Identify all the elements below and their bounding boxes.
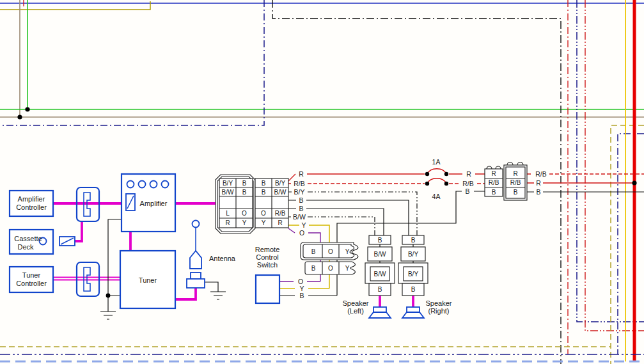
- cassette-deck-wire: [75, 221, 82, 241]
- power-out-label-RB: R/B: [535, 170, 547, 178]
- amp-cell: Y: [262, 219, 266, 226]
- connector-2-key-icon: [84, 267, 90, 291]
- remote-cell: O: [328, 248, 333, 255]
- power-table-right-bumps: [507, 162, 523, 166]
- speaker-right-pin: B/Y: [408, 251, 418, 258]
- wire-label-RB: R/B: [294, 180, 305, 187]
- speaker-right-pin: B/Y: [408, 271, 418, 278]
- speaker-left-magnet-icon: [373, 307, 386, 312]
- background-rails: [0, 0, 644, 364]
- speaker-right-icon: [402, 307, 424, 318]
- amp-cell: B/Y: [275, 180, 285, 187]
- speaker-left-pin: B: [378, 286, 382, 293]
- fuse-1A-label: 1A: [432, 158, 441, 166]
- amp-cell: B: [242, 180, 247, 187]
- remote-cell: Y: [345, 265, 350, 272]
- amplifier-label: Amplifier: [140, 200, 168, 207]
- remote-cell: B: [311, 265, 316, 272]
- wire-BY-to-right-speaker: [288, 192, 417, 235]
- wire-B-lower: [279, 274, 337, 296]
- antenna-top-icon: [192, 221, 200, 228]
- power-connector-table: R R/B B R R/B B: [485, 162, 527, 201]
- speaker-left-pin: B: [378, 237, 382, 244]
- tuner-to-antenna-wire: [175, 288, 196, 299]
- amp-cell: O: [242, 210, 247, 217]
- speaker-right-cone-icon: [402, 312, 424, 318]
- wire-B-to-right-speaker: [288, 200, 409, 235]
- amp-cell: R: [278, 219, 282, 226]
- wire-label-BW: B/W: [293, 213, 306, 221]
- amp-cell: B: [262, 180, 266, 187]
- wire-label-B: B: [299, 205, 303, 212]
- wire-R: [288, 174, 485, 181]
- speaker-right-pin: B: [411, 237, 416, 244]
- speaker-left-icon: [369, 307, 391, 318]
- fuse-1A-dot-right: [444, 172, 448, 176]
- wire-label-BY: B/Y: [294, 188, 305, 196]
- speaker-right-label: Speaker: [426, 299, 452, 307]
- remote-control-switch-label: Remote: [255, 246, 280, 253]
- amplifier-terminal-icon: [139, 181, 146, 188]
- amplifier-controller-label: Amplifier: [18, 195, 45, 203]
- fuse-4A-element: [427, 178, 446, 184]
- gray-rail-junction-dot: [17, 115, 22, 119]
- antenna-ground-symbol: [210, 292, 226, 299]
- speaker-left-pin: B/W: [374, 271, 386, 278]
- amplifier-controller-label: Controller: [16, 203, 47, 211]
- speaker-left-label: (Left): [347, 307, 364, 315]
- tuner-controller-label: Tuner: [22, 271, 41, 279]
- amp-cell: Y: [242, 219, 247, 226]
- cassette-deck-label: Deck: [17, 243, 34, 251]
- speaker-right-label: (Right): [428, 307, 449, 315]
- ground-junction-dot: [106, 294, 111, 298]
- remote-control-switch-box: [256, 275, 279, 303]
- speaker-right-connectors: B B/Y B/Y B: [398, 235, 428, 296]
- power-cell: R/B: [510, 179, 521, 186]
- wiring-diagram-page: B/Y B B/W B L O R Y B B/Y B B/W O R/B Y …: [0, 0, 644, 364]
- fuse-4A-dot-right: [444, 182, 448, 186]
- navy-dashdot-rail-left: [0, 0, 264, 125]
- fuse-4A-dot-left: [425, 182, 429, 186]
- tuner-label: Tuner: [139, 276, 157, 284]
- power-cell: R/B: [489, 179, 499, 186]
- speaker-right-pin: B: [411, 286, 416, 293]
- power-cell: B: [492, 189, 496, 196]
- amp-cell: R/B: [275, 210, 286, 217]
- wire-label-Y: Y: [301, 221, 306, 229]
- amplifier-connector-table: B/Y B B/W B L O R Y B B/Y B B/W O R/B Y …: [216, 175, 288, 233]
- power-in-label-B: B: [465, 187, 469, 195]
- wire-label-B: B: [299, 196, 303, 204]
- wiring-diagram-canvas: B/Y B B/W B L O R Y B B/Y B B/W O R/B Y …: [0, 0, 644, 364]
- power-out-label-B: B: [536, 188, 540, 196]
- remote-connector-table: B O Y B O Y: [301, 242, 358, 274]
- fuse-1A-element: [427, 169, 446, 174]
- power-cell: B: [514, 189, 518, 196]
- olive-rail-top-left: [0, 1, 150, 10]
- power-out-label-R: R: [536, 179, 541, 187]
- power-in-label-RB: R/B: [462, 180, 474, 187]
- antenna-label: Antenna: [209, 255, 236, 262]
- amp-cell: B/W: [274, 189, 287, 196]
- fuse-4A-label: 4A: [432, 193, 441, 200]
- wire-label-O: O: [299, 229, 304, 237]
- amplifier-ground-symbol: [100, 312, 116, 319]
- wire-label-R: R: [299, 170, 304, 178]
- remote-cell: B: [311, 248, 316, 255]
- antenna-base-icon: [187, 279, 205, 288]
- cassette-deck-label: Cassette: [14, 235, 42, 242]
- green-rail: [0, 0, 644, 109]
- amplifier-ground-wire: [108, 219, 122, 312]
- fuse-1A-dot-left: [425, 172, 429, 176]
- amp-cell: L: [226, 210, 230, 217]
- power-table-left-bumps: [487, 166, 501, 169]
- gray-rail: [0, 0, 644, 117]
- amplifier-terminal-icon: [150, 181, 157, 188]
- amp-cell: O: [261, 210, 266, 217]
- tuner-controller-label: Controller: [16, 280, 47, 287]
- remote-wire-label-B: B: [299, 292, 304, 299]
- harness-out-wires: [279, 169, 644, 296]
- speaker-left-cone-icon: [369, 312, 391, 318]
- remote-control-switch-label: Control: [256, 253, 278, 261]
- remote-cell: Y: [345, 248, 350, 255]
- amp-cell: B/W: [222, 189, 234, 196]
